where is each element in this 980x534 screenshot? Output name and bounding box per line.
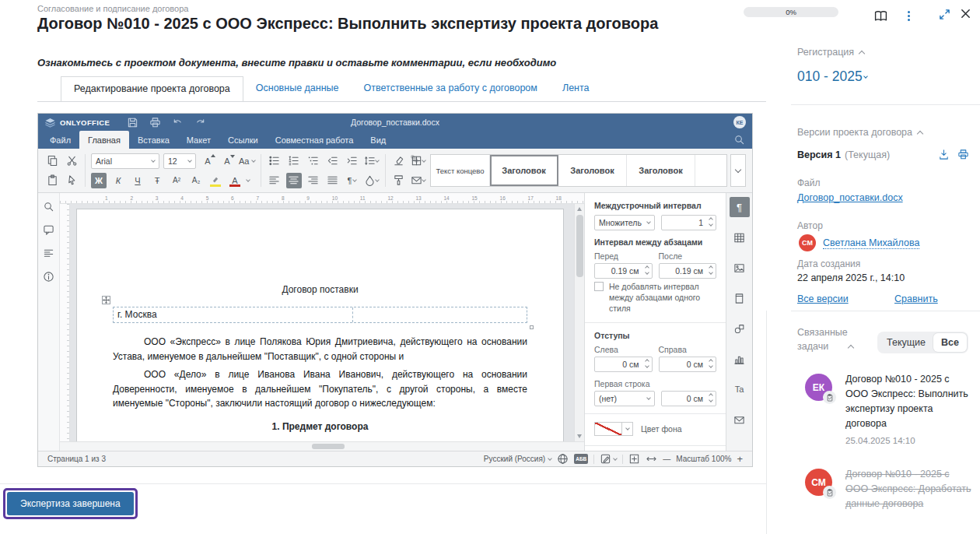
menu-file[interactable]: Файл — [41, 131, 79, 149]
copy-button[interactable] — [44, 153, 60, 169]
undo-icon[interactable] — [172, 117, 184, 128]
strikethrough-button[interactable]: Ŧ — [149, 173, 165, 188]
first-line-select[interactable]: (нет) — [594, 391, 655, 406]
align-right-button[interactable] — [306, 173, 321, 188]
headerfooter-settings-tab[interactable] — [730, 288, 750, 308]
doc-heading-1[interactable]: 1. Предмет договора — [113, 421, 527, 432]
registration-section-header[interactable]: Регистрация — [797, 47, 864, 58]
print-icon[interactable] — [149, 117, 161, 128]
paragraph-shading-button[interactable] — [364, 173, 380, 188]
line-spacing-select[interactable]: Множитель — [594, 215, 655, 230]
menu-home[interactable]: Главная — [79, 131, 129, 149]
tab-editing[interactable]: Редактирование проекта договора — [61, 76, 243, 101]
bold-button[interactable]: Ж — [91, 173, 107, 188]
font-color-dropdown-icon[interactable] — [246, 177, 250, 182]
italic-button[interactable]: К — [110, 173, 126, 188]
table-shading-button[interactable] — [411, 153, 426, 169]
tasks-filter-current[interactable]: Текущие — [879, 333, 933, 352]
indent-right-spinner[interactable]: 0 см — [659, 357, 717, 372]
zoom-out-button[interactable]: — — [663, 455, 670, 463]
about-icon[interactable] — [43, 271, 54, 283]
spellcheck-icon[interactable]: АБВ — [574, 454, 588, 464]
fit-width-icon[interactable] — [646, 453, 657, 465]
style-heading-3[interactable]: Заголовок — [627, 155, 695, 186]
expertise-complete-button[interactable]: Экспертиза завершена — [7, 492, 134, 515]
justify-button[interactable] — [325, 173, 341, 188]
document-horizontal-scrollbar[interactable] — [60, 441, 584, 451]
paragraph-settings-tab[interactable]: ¶ — [730, 197, 750, 217]
spacing-before-spinner[interactable]: 0.19 см — [594, 263, 653, 279]
image-settings-tab[interactable] — [730, 258, 750, 278]
chart-settings-tab[interactable] — [730, 349, 750, 369]
doc-table[interactable]: г. Москва — [113, 307, 527, 323]
find-icon[interactable] — [43, 201, 54, 213]
line-spacing-button[interactable] — [364, 153, 380, 169]
decrease-indent-button[interactable] — [325, 153, 341, 169]
document-page[interactable]: Договор поставки г. Москва ООО «Экспресс… — [76, 209, 564, 441]
tasks-filter-all[interactable]: Все — [933, 333, 967, 352]
track-changes-icon[interactable] — [600, 453, 617, 465]
zoom-in-button[interactable]: + — [737, 453, 743, 465]
doc-cell-city[interactable]: г. Москва — [114, 307, 353, 322]
spacing-after-spinner[interactable]: 0.19 см — [659, 263, 717, 279]
numbered-list-button[interactable] — [286, 153, 302, 169]
font-color-button[interactable]: А — [227, 173, 243, 188]
table-settings-tab[interactable] — [730, 227, 750, 248]
mail-merge-button[interactable] — [411, 173, 426, 188]
menu-view[interactable]: Вид — [362, 131, 394, 149]
increase-indent-button[interactable] — [345, 153, 360, 169]
font-name-select[interactable]: Arial — [91, 153, 159, 169]
table-resize-handle[interactable] — [530, 325, 534, 329]
task-item[interactable]: ЕК Договор №010 - 2025 с ООО Экспресс: В… — [805, 372, 974, 445]
all-versions-link[interactable]: Все версии — [797, 293, 849, 304]
menu-collaboration[interactable]: Совместная работа — [267, 131, 362, 149]
style-empty-cell[interactable] — [695, 155, 726, 186]
menu-links[interactable]: Ссылки — [219, 131, 267, 149]
align-center-button[interactable] — [286, 173, 302, 188]
indent-left-spinner[interactable]: 0 см — [594, 357, 653, 372]
doc-title[interactable]: Договор поставки — [113, 284, 527, 295]
first-line-spinner[interactable]: 0 см — [661, 391, 716, 406]
style-heading-1[interactable]: Заголовок — [490, 155, 558, 186]
task-title-link[interactable]: Договор №010 - 2025 с ООО Экспресс: Выпо… — [845, 372, 974, 431]
select-all-button[interactable] — [64, 173, 79, 188]
document-language-icon[interactable] — [557, 453, 569, 465]
line-spacing-value-spinner[interactable]: 1 — [661, 215, 716, 230]
menu-insert[interactable]: Вставка — [129, 131, 178, 149]
paste-button[interactable] — [44, 173, 60, 188]
styles-gallery-expand-icon[interactable] — [730, 154, 746, 187]
font-size-select[interactable]: 12 — [163, 153, 196, 169]
tab-main-data[interactable]: Основные данные — [243, 76, 352, 101]
subscript-button[interactable]: A₂ — [188, 173, 204, 188]
vertical-ruler[interactable] — [60, 204, 70, 441]
task-item[interactable]: СМ Договор №010 - 2025 с ООО Экспресс: Д… — [805, 467, 974, 511]
save-icon[interactable] — [127, 117, 138, 128]
download-version-icon[interactable] — [938, 149, 950, 160]
style-heading-2[interactable]: Заголовок — [558, 155, 627, 186]
checkbox-icon[interactable] — [594, 282, 604, 291]
underline-button[interactable]: Ч — [130, 173, 145, 188]
table-move-handle-icon[interactable] — [102, 296, 110, 304]
tab-feed[interactable]: Лента — [550, 76, 602, 101]
no-spacing-between-checkbox[interactable]: Не добавлять интервал между абзацами одн… — [594, 281, 716, 314]
task-title-link[interactable]: Договор №010 - 2025 с ООО Экспресс: Дора… — [845, 467, 974, 511]
editor-user-avatar[interactable]: КЕ — [733, 116, 746, 128]
highlight-color-button[interactable] — [208, 173, 223, 188]
bullet-list-button[interactable] — [267, 153, 282, 169]
navigation-icon[interactable] — [43, 248, 54, 259]
shape-settings-tab[interactable] — [730, 318, 750, 339]
change-case-button[interactable]: Aa — [239, 153, 255, 169]
nonprinting-characters-button[interactable]: ¶ — [345, 173, 360, 188]
grow-font-button[interactable]: A — [200, 153, 215, 169]
tab-responsible[interactable]: Ответственные за работу с договором — [352, 76, 550, 101]
clear-style-button[interactable] — [391, 153, 407, 169]
textart-settings-tab[interactable]: Ta — [730, 379, 750, 399]
file-link[interactable]: Договор_поставки.docx — [797, 192, 903, 203]
fit-page-icon[interactable] — [628, 453, 640, 465]
document-vertical-scrollbar[interactable] — [574, 204, 584, 441]
print-version-icon[interactable] — [957, 149, 969, 160]
mailmerge-settings-tab[interactable] — [730, 409, 750, 430]
doc-paragraph-1[interactable]: ООО «Экспресс» в лице Полякова Юрия Дмит… — [113, 335, 527, 364]
versions-section-header[interactable]: Версии проекта договора — [797, 127, 922, 138]
doc-paragraph-2[interactable]: ООО «Дело» в лице Иванова Ивана Иванович… — [113, 367, 527, 411]
